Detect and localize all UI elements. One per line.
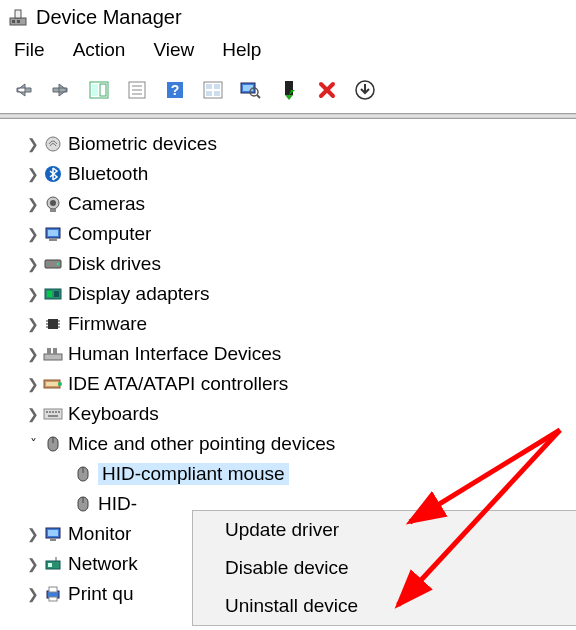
svg-rect-69	[48, 563, 52, 567]
tree-item-hid[interactable]: ❯Human Interface Devices	[24, 339, 572, 369]
tree-label: Human Interface Devices	[68, 343, 281, 365]
expand-caret[interactable]: ❯	[24, 586, 42, 602]
svg-line-21	[257, 95, 260, 98]
svg-rect-48	[53, 348, 57, 354]
svg-rect-55	[52, 411, 54, 413]
tree-label: Computer	[68, 223, 151, 245]
expand-caret[interactable]: ❯	[24, 346, 42, 362]
tree-label: Network	[68, 553, 138, 575]
back-button[interactable]	[8, 75, 38, 105]
tree-label: Mice and other pointing devices	[68, 433, 335, 455]
tree-label: Print qu	[68, 583, 133, 605]
svg-rect-5	[92, 84, 98, 96]
keyboard-icon	[42, 408, 64, 420]
expand-caret[interactable]: ❯	[24, 316, 42, 332]
tree-item-cameras[interactable]: ❯Cameras	[24, 189, 572, 219]
computer-icon	[42, 225, 64, 243]
ide-icon	[42, 377, 64, 391]
menubar: File Action View Help	[0, 31, 576, 71]
hid-icon	[42, 346, 64, 362]
tree-item-firmware[interactable]: ❯Firmware	[24, 309, 572, 339]
tree-item-mice[interactable]: ˅Mice and other pointing devices	[24, 429, 572, 459]
expand-caret[interactable]: ❯	[24, 196, 42, 212]
mouse-icon	[72, 495, 94, 513]
enable-device-button[interactable]	[274, 75, 304, 105]
svg-rect-66	[48, 530, 58, 536]
expand-caret[interactable]: ❯	[24, 526, 42, 542]
tree-item-display-adapters[interactable]: ❯Display adapters	[24, 279, 572, 309]
network-icon	[42, 556, 64, 572]
svg-rect-67	[50, 539, 56, 541]
svg-rect-17	[214, 91, 220, 96]
menu-help[interactable]: Help	[222, 39, 261, 61]
expand-caret[interactable]: ❯	[24, 556, 42, 572]
show-hide-tree-button[interactable]	[84, 75, 114, 105]
tree-label: IDE ATA/ATAPI controllers	[68, 373, 288, 395]
collapse-caret[interactable]: ˅	[24, 436, 42, 452]
tree-label: Biometric devices	[68, 133, 217, 155]
svg-rect-56	[55, 411, 57, 413]
menu-action[interactable]: Action	[73, 39, 126, 61]
svg-rect-37	[47, 291, 52, 297]
properties-button[interactable]	[122, 75, 152, 105]
svg-point-29	[50, 200, 56, 206]
svg-rect-1	[15, 10, 21, 18]
svg-text:?: ?	[171, 82, 180, 98]
expand-caret[interactable]: ❯	[24, 166, 42, 182]
update-driver-button[interactable]	[350, 75, 380, 105]
svg-rect-33	[49, 239, 57, 241]
ctx-update-driver[interactable]: Update driver	[193, 511, 576, 549]
disable-uninstall-button[interactable]	[312, 75, 342, 105]
tree-label: Monitor	[68, 523, 131, 545]
tree-label: Keyboards	[68, 403, 159, 425]
svg-rect-15	[214, 84, 220, 89]
tree-item-keyboards[interactable]: ❯Keyboards	[24, 399, 572, 429]
svg-rect-52	[44, 409, 62, 419]
tree-item-hid-mouse-1[interactable]: HID-compliant mouse	[24, 459, 572, 489]
menu-file[interactable]: File	[14, 39, 45, 61]
expand-caret[interactable]: ❯	[24, 286, 42, 302]
expand-caret[interactable]: ❯	[24, 376, 42, 392]
help-button[interactable]: ?	[160, 75, 190, 105]
fingerprint-icon	[42, 135, 64, 153]
tree-item-computer[interactable]: ❯Computer	[24, 219, 572, 249]
expand-caret[interactable]: ❯	[24, 406, 42, 422]
toolbar: ?	[0, 71, 576, 113]
scan-hardware-button[interactable]	[198, 75, 228, 105]
tree-label: Display adapters	[68, 283, 210, 305]
svg-rect-57	[58, 411, 60, 413]
menu-view[interactable]: View	[153, 39, 194, 61]
tree-item-bluetooth[interactable]: ❯Bluetooth	[24, 159, 572, 189]
scan-for-changes-button[interactable]	[236, 75, 266, 105]
expand-caret[interactable]: ❯	[24, 226, 42, 242]
titlebar: Device Manager	[0, 0, 576, 31]
svg-rect-73	[49, 597, 57, 601]
monitor-icon	[42, 526, 64, 542]
expand-caret[interactable]: ❯	[24, 256, 42, 272]
tree-item-disk-drives[interactable]: ❯Disk drives	[24, 249, 572, 279]
svg-rect-54	[49, 411, 51, 413]
expand-caret[interactable]: ❯	[24, 136, 42, 152]
svg-rect-53	[46, 411, 48, 413]
window-title: Device Manager	[36, 6, 182, 29]
svg-point-51	[58, 382, 62, 386]
svg-rect-39	[48, 319, 58, 329]
context-menu: Update driver Disable device Uninstall d…	[192, 510, 576, 626]
tree-item-ide[interactable]: ❯IDE ATA/ATAPI controllers	[24, 369, 572, 399]
tree-item-biometric[interactable]: ❯Biometric devices	[24, 129, 572, 159]
tree-label: HID-compliant mouse	[98, 463, 289, 485]
ctx-uninstall-device[interactable]: Uninstall device	[193, 587, 576, 625]
tree-label: Disk drives	[68, 253, 161, 275]
ctx-disable-device[interactable]: Disable device	[193, 549, 576, 587]
svg-rect-58	[48, 415, 58, 417]
tree-label: Cameras	[68, 193, 145, 215]
gpu-icon	[42, 287, 64, 301]
device-manager-icon	[8, 8, 28, 28]
disk-icon	[42, 257, 64, 271]
mouse-icon	[72, 465, 94, 483]
svg-point-35	[57, 263, 59, 265]
svg-rect-72	[49, 587, 57, 592]
forward-button[interactable]	[46, 75, 76, 105]
svg-rect-16	[206, 91, 212, 96]
svg-rect-38	[54, 291, 59, 297]
